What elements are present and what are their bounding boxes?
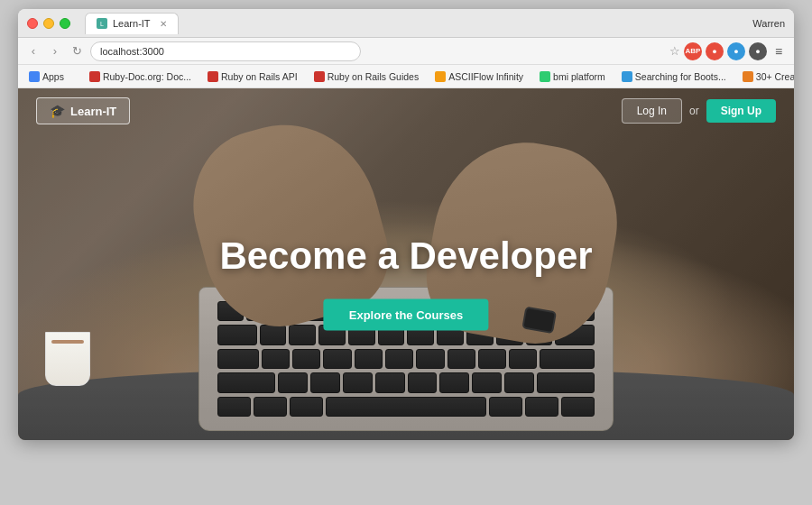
apps-favicon	[29, 71, 40, 82]
extension2-icon[interactable]: ●	[727, 42, 745, 60]
nav-or-text: or	[689, 105, 699, 117]
bookmark-bmi-label: bmi platform	[553, 71, 605, 82]
browser-window: L Learn-IT ✕ Warren ‹ › ↻ localhost:3000…	[18, 9, 794, 440]
login-button[interactable]: Log In	[622, 98, 682, 124]
title-bar: L Learn-IT ✕ Warren	[18, 9, 794, 38]
refresh-button[interactable]: ↻	[69, 43, 85, 60]
brand-icon: 🎓	[50, 104, 65, 118]
minimize-button[interactable]	[43, 18, 54, 29]
searching-favicon	[622, 71, 632, 82]
bookmark-searching[interactable]: Searching for Boots...	[618, 69, 730, 84]
back-button[interactable]: ‹	[25, 43, 42, 60]
creative-favicon	[743, 71, 753, 82]
bookmark-ror-api-label: Ruby on Rails API	[221, 71, 298, 82]
bmi-favicon	[540, 71, 550, 82]
hero-title: Become a Developer	[219, 234, 592, 278]
hero-background: 🎓 Learn-IT Log In or Sign Up Become a De…	[18, 88, 794, 440]
page-content: 🎓 Learn-IT Log In or Sign Up Become a De…	[18, 88, 794, 440]
bookmark-creative[interactable]: 30+ Creative Resum...	[739, 69, 794, 84]
ascii-favicon	[435, 71, 446, 82]
tab-bar: L Learn-IT ✕	[85, 13, 752, 34]
tab-close-button[interactable]: ✕	[160, 19, 167, 29]
close-button[interactable]	[27, 18, 38, 29]
hero-content: Become a Developer Explore the Courses	[219, 234, 592, 331]
coffee-cup	[45, 332, 90, 386]
brand-name: Learn-IT	[70, 105, 116, 118]
forward-button[interactable]: ›	[47, 43, 63, 60]
bookmark-ror-guides-label: Ruby on Rails Guides	[328, 71, 420, 82]
url-text: localhost:3000	[100, 46, 164, 57]
maximize-button[interactable]	[60, 18, 70, 29]
extension3-icon[interactable]: ●	[749, 42, 767, 60]
signup-button[interactable]: Sign Up	[706, 99, 776, 123]
star-icon[interactable]: ☆	[669, 44, 680, 58]
bookmark-rubydoc-label: Ruby-Doc.org: Doc...	[103, 71, 191, 82]
nav-right: Log In or Sign Up	[622, 98, 776, 124]
rubydoc-favicon	[89, 71, 100, 82]
ror-api-favicon	[208, 71, 218, 82]
traffic-lights	[27, 18, 70, 29]
tab-label: Learn-IT	[113, 18, 151, 29]
bookmarks-bar: Apps Ruby-Doc.org: Doc... Ruby on Rails …	[18, 65, 794, 88]
site-navbar: 🎓 Learn-IT Log In or Sign Up	[18, 88, 794, 133]
bookmark-ror-api[interactable]: Ruby on Rails API	[204, 69, 301, 84]
user-name: Warren	[752, 18, 785, 29]
extension1-icon[interactable]: ●	[706, 42, 724, 60]
tab-favicon: L	[97, 18, 107, 29]
address-bar: ‹ › ↻ localhost:3000 ☆ ABP ● ● ● ≡	[18, 38, 794, 65]
bookmark-ascii[interactable]: ASCIIFlow Infinity	[431, 69, 527, 84]
menu-icon[interactable]: ≡	[770, 43, 787, 60]
bookmark-rubydoc[interactable]: Ruby-Doc.org: Doc...	[86, 69, 195, 84]
bookmark-bmi[interactable]: bmi platform	[536, 69, 609, 84]
bookmark-ror-guides[interactable]: Ruby on Rails Guides	[310, 69, 423, 84]
bookmark-searching-label: Searching for Boots...	[635, 71, 726, 82]
bookmark-ascii-label: ASCIIFlow Infinity	[448, 71, 523, 82]
bookmark-apps[interactable]: Apps	[25, 69, 68, 84]
url-input[interactable]: localhost:3000	[90, 41, 361, 61]
explore-courses-button[interactable]: Explore the Courses	[324, 299, 488, 331]
bookmark-creative-label: 30+ Creative Resum...	[756, 71, 794, 82]
bookmark-apps-label: Apps	[42, 71, 64, 82]
adblock-label: ABP	[686, 47, 701, 55]
adblock-icon[interactable]: ABP	[684, 42, 702, 60]
active-tab[interactable]: L Learn-IT ✕	[85, 13, 179, 34]
ror-guides-favicon	[314, 71, 325, 82]
brand-logo[interactable]: 🎓 Learn-IT	[36, 97, 130, 124]
browser-toolbar: ☆ ABP ● ● ● ≡	[669, 42, 787, 60]
